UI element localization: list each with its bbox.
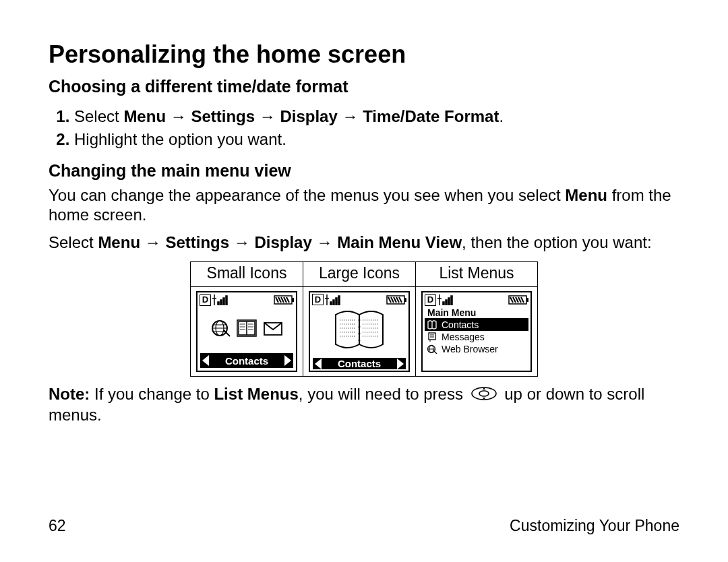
main-menu-desc: You can change the appearance of the men… [49, 186, 679, 225]
display-label: Display [280, 107, 337, 125]
step1-text: Select [74, 107, 123, 125]
menu-view-table: Small Icons Large Icons List Menus D [190, 261, 538, 377]
svg-point-7 [359, 319, 361, 321]
small-footer-label: Contacts [225, 355, 268, 367]
menu-label: Menu [123, 107, 166, 125]
col-list-menus: List Menus [416, 262, 538, 287]
book-small-icon [427, 320, 437, 330]
arrow-icon: → [145, 233, 161, 251]
svg-rect-1 [292, 298, 294, 302]
page-number: 62 [49, 517, 66, 535]
list-item: Web Browser [425, 343, 528, 355]
section-title: Customizing Your Phone [510, 517, 679, 535]
book-icon [235, 316, 259, 344]
digital-indicator-icon: D [312, 294, 324, 305]
battery-icon [274, 295, 294, 305]
svg-point-8 [359, 326, 361, 328]
note-text: Note: If you change to List Menus, you w… [49, 385, 679, 425]
left-arrow-icon [202, 355, 209, 366]
svg-point-16 [479, 391, 489, 396]
list-item: Messages [425, 331, 528, 343]
svg-rect-13 [429, 333, 435, 340]
tdf-label: Time/Date Format [363, 107, 499, 125]
message-small-icon [427, 332, 437, 342]
small-icons-preview: D [196, 291, 297, 372]
col-large-icons: Large Icons [303, 262, 416, 287]
arrow-icon: → [342, 107, 358, 125]
digital-indicator-icon: D [200, 294, 211, 306]
globe-icon [210, 318, 231, 342]
svg-rect-12 [526, 298, 528, 302]
right-arrow-icon [397, 358, 404, 369]
left-arrow-icon [315, 358, 322, 369]
arrow-icon: → [234, 233, 250, 251]
scroll-key-icon [471, 385, 497, 406]
step-1: Select Menu → Settings → Display → Time/… [74, 107, 679, 126]
signal-icon [212, 294, 229, 305]
arrow-icon: → [316, 233, 332, 251]
subheading-time-date: Choosing a different time/date format [49, 77, 679, 96]
settings-label: Settings [191, 107, 255, 125]
arrow-icon: → [260, 107, 276, 125]
svg-point-10 [359, 340, 361, 342]
large-icons-preview: D [309, 291, 410, 372]
list-title: Main Menu [425, 307, 528, 319]
page-title: Personalizing the home screen [49, 40, 679, 69]
svg-point-9 [359, 333, 361, 335]
large-footer-label: Contacts [338, 358, 381, 369]
main-menu-instruction: Select Menu → Settings → Display → Main … [49, 233, 679, 253]
signal-icon [437, 294, 454, 305]
signal-icon [325, 294, 341, 305]
envelope-icon [263, 320, 283, 340]
list-menus-preview: D Main Menu Contacts [421, 291, 532, 372]
battery-icon [386, 295, 406, 305]
arrow-icon: → [171, 107, 187, 125]
list-item: Contacts [425, 319, 528, 331]
open-book-icon [329, 307, 390, 358]
list-item-label: Contacts [442, 319, 479, 330]
col-small-icons: Small Icons [191, 262, 303, 287]
battery-icon [508, 295, 528, 305]
svg-rect-6 [404, 298, 406, 302]
list-item-label: Messages [442, 332, 485, 342]
subheading-main-menu-view: Changing the main menu view [49, 161, 679, 181]
step-2: Highlight the option you want. [74, 130, 679, 149]
globe-small-icon [427, 344, 437, 354]
list-item-label: Web Browser [442, 344, 498, 354]
right-arrow-icon [284, 355, 291, 366]
digital-indicator-icon: D [425, 294, 436, 306]
